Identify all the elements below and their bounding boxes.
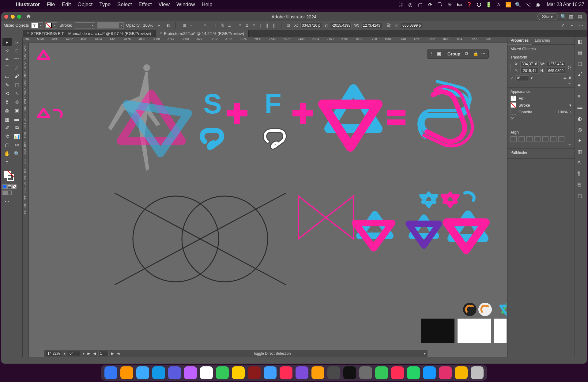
align-bottom-icon[interactable]: ⊥ (226, 22, 233, 29)
menu-type[interactable]: Type (99, 2, 111, 8)
prop-y-input[interactable] (520, 68, 539, 74)
free-transform-tool-icon[interactable]: ✥ (12, 98, 21, 106)
rectangle-tool-icon[interactable]: ▭ (2, 72, 12, 80)
strip-transparency-icon[interactable]: ◐ (578, 116, 584, 123)
nav-prev-icon[interactable]: ◀ (93, 351, 96, 356)
brush-dropdown[interactable]: ▾ (119, 22, 124, 28)
strip-library-icon[interactable]: ▤ (578, 50, 584, 56)
strip-gradient-icon[interactable]: ▬ (578, 105, 584, 112)
overflow-icon[interactable]: ⋯ (578, 22, 584, 29)
mesh-tool-icon[interactable]: ▦ (2, 115, 12, 123)
nav-last-icon[interactable]: ⏭ (116, 351, 120, 356)
strip-asset-icon[interactable]: ⎘ (578, 182, 584, 189)
stroke-swatch[interactable] (45, 22, 52, 28)
eyedropper-tool-icon[interactable]: ✐ (2, 124, 12, 132)
shaper-tool-icon[interactable]: ✎ (2, 81, 12, 89)
menubar-battery-icon[interactable]: 🔋 (486, 2, 492, 7)
menubar-datetime[interactable]: Mar 23 Abr 16:37 (547, 2, 584, 7)
fill-box-icon[interactable]: ? (511, 96, 516, 101)
align-t-icon[interactable] (542, 136, 548, 142)
prop-w-input[interactable] (547, 61, 565, 67)
menu-view[interactable]: View (159, 2, 170, 8)
strip-color-icon[interactable]: ◧ (578, 39, 584, 45)
align-r-icon[interactable] (534, 136, 541, 142)
isolate-icon[interactable]: ⤢ (559, 22, 566, 29)
rotation-dropdown-icon[interactable]: ▾ (83, 351, 85, 356)
strip-symbols-icon[interactable]: ♣︎ (578, 83, 584, 89)
minimize-window-button[interactable] (11, 15, 15, 19)
align-top-icon[interactable]: ⊤ (213, 22, 219, 29)
dist-6-icon[interactable]: ‖ (271, 22, 277, 29)
edit-inside-icon[interactable]: ▸ (568, 22, 575, 29)
close-tab-icon[interactable]: × (27, 31, 29, 36)
opacity-arrow-icon[interactable]: ▸ (156, 22, 163, 29)
dock-app-18[interactable] (391, 366, 404, 379)
dock-app-13[interactable] (311, 366, 324, 379)
dock-app-14[interactable] (327, 366, 340, 379)
prop-rot-input[interactable] (515, 75, 529, 81)
stroke-weight-dropdown[interactable]: ▾ (90, 22, 95, 28)
hand-tool-icon[interactable]: ✋ (2, 149, 12, 157)
menubar-sync-icon[interactable]: ⟳ (427, 2, 433, 7)
pen-tool-icon[interactable]: ✒︎ (2, 55, 12, 63)
width-tool-icon[interactable]: ⫔ (2, 98, 12, 106)
line-tool-icon[interactable]: ／ (12, 64, 21, 72)
transform-x-input[interactable] (300, 23, 322, 28)
brush-definition[interactable] (97, 22, 119, 28)
paintbrush-tool-icon[interactable]: 🖌 (12, 72, 21, 80)
menubar-display-icon[interactable]: 🖵 (437, 2, 443, 7)
opacity-value2[interactable]: 100% (557, 110, 567, 114)
strip-stroke-icon[interactable]: ≡ (578, 94, 584, 100)
gradient-tool-icon[interactable]: ▬ (12, 115, 21, 123)
dock-app-6[interactable] (200, 366, 213, 379)
strip-brushes-icon[interactable]: 🖌 (578, 72, 584, 78)
transform-y-input[interactable] (330, 23, 352, 28)
align-to-icon[interactable] (511, 136, 517, 142)
symbol-sprayer-tool-icon[interactable]: ✲ (2, 132, 12, 140)
menubar-temp-icon[interactable]: 🛏 (457, 2, 462, 7)
slice-tool-icon[interactable]: ✂︎ (12, 141, 21, 149)
strip-art-icon[interactable]: ▢ (578, 193, 584, 200)
strip-swatches-icon[interactable]: ◫ (578, 61, 584, 67)
zoom-dropdown-icon[interactable]: ▾ (64, 351, 66, 356)
align-grid-icon[interactable]: ▦ (181, 22, 188, 29)
dock-app-8[interactable] (232, 366, 245, 379)
align-b-icon[interactable] (558, 136, 564, 142)
dist-5-icon[interactable]: ‖ (264, 22, 271, 29)
workspace-icon[interactable]: ▤ (578, 14, 584, 19)
dock-app-15[interactable] (343, 366, 356, 379)
dock-app-12[interactable] (296, 366, 308, 379)
menubar-gear-icon[interactable]: ✳︎ (447, 2, 452, 7)
ref-point-icon[interactable] (511, 64, 512, 71)
strip-appearance-icon[interactable]: ◎ (578, 127, 584, 134)
artboard-tool-icon[interactable]: ▢ (2, 141, 12, 149)
dock-app-4[interactable] (168, 366, 181, 379)
dock-app-10[interactable] (264, 366, 277, 379)
dock-app-22[interactable] (455, 366, 468, 379)
close-tab-icon[interactable]: × (160, 31, 162, 36)
zoom-tool-icon[interactable]: 🔍 (12, 149, 21, 157)
stroke-box-icon[interactable] (511, 102, 516, 108)
nav-next-icon[interactable]: ▶ (111, 351, 114, 356)
transform-w-input[interactable] (361, 23, 383, 28)
apple-logo-icon[interactable] (4, 2, 9, 7)
menubar-drop-icon[interactable]: ❓ (466, 2, 472, 7)
dock-app-19[interactable] (407, 366, 420, 379)
menu-edit[interactable]: Edit (62, 2, 71, 8)
screen-mode-swatches[interactable] (2, 191, 21, 195)
menubar-box-icon[interactable]: ▢ (417, 2, 423, 7)
status-arrow-icon[interactable]: ▸ (424, 351, 426, 356)
menu-help[interactable]: Help (202, 2, 213, 8)
eraser-tool-icon[interactable]: ◫ (12, 81, 21, 89)
home-button-icon[interactable] (25, 14, 32, 19)
menu-select[interactable]: Select (117, 2, 132, 8)
menubar-control-center-icon[interactable]: ⌥ (525, 2, 531, 7)
share-button[interactable]: Share (537, 13, 558, 20)
dist-2-icon[interactable]: ≣ (244, 22, 251, 29)
direct-selection-tool-icon[interactable]: ▹ (12, 38, 21, 46)
blend-tool-icon[interactable]: ⧉ (12, 124, 21, 132)
color-mode-swatches[interactable] (2, 184, 21, 189)
menubar-play-icon[interactable]: ⏻ (476, 2, 482, 7)
stroke-swatch-dropdown[interactable]: ▾ (52, 22, 57, 28)
tab-properties[interactable]: Properties (507, 37, 532, 44)
